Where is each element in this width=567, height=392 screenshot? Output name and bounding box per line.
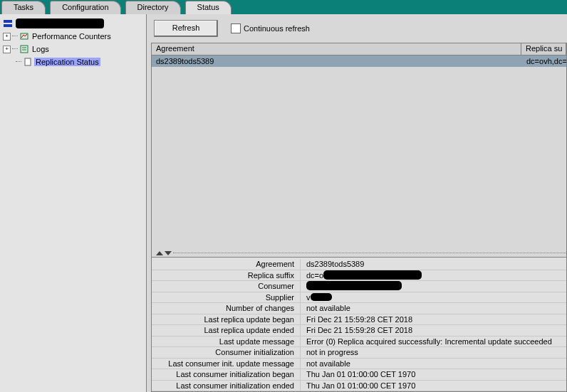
split-bar[interactable] — [152, 250, 566, 257]
col-header-agreement[interactable]: Agreement — [152, 43, 521, 55]
cell-replica: dc=ovh,dc= — [522, 55, 566, 67]
tab-configuration[interactable]: Configuration — [50, 1, 120, 14]
col-header-replica-suffix[interactable]: Replica su — [521, 43, 566, 55]
dl-consumer: Consumer — [152, 281, 301, 292]
svg-rect-3 — [21, 46, 28, 53]
server-name-redacted — [16, 18, 104, 28]
dl-cons-init: Consumer initialization — [152, 347, 301, 358]
redacted-consumer — [306, 281, 402, 290]
dv-lci-upd-msg: not available — [301, 359, 566, 369]
dl-lci-began: Last consumer initialization began — [152, 369, 301, 380]
dl-last-upd-ended: Last replica update ended — [152, 325, 301, 336]
dl-last-upd-msg: Last update message — [152, 337, 301, 347]
expand-logs[interactable]: + — [3, 46, 11, 53]
dv-replica-suffix: dc=o — [301, 270, 566, 281]
dv-last-upd-msg: Error (0) Replica acquired successfully:… — [301, 337, 566, 347]
arrow-up-icon[interactable] — [156, 251, 163, 255]
perf-icon — [19, 31, 29, 41]
redacted-suffix — [323, 270, 422, 280]
dl-nchanges: Number of changes — [152, 303, 301, 314]
dv-cons-init: not in progress — [301, 347, 566, 358]
agreement-list: Agreement Replica su ds2389tods5389 dc=o… — [151, 43, 567, 392]
logs-icon — [19, 44, 29, 54]
toolbar: Refresh Continuous refresh — [147, 14, 567, 43]
svg-rect-0 — [4, 20, 12, 23]
dl-last-upd-began: Last replica update began — [152, 314, 301, 325]
dv-lci-ended: Thu Jan 01 01:00:00 CET 1970 — [301, 381, 566, 391]
dv-last-upd-ended: Fri Dec 21 15:59:28 CET 2018 — [301, 325, 566, 336]
dv-agreement: ds2389tods5389 — [301, 259, 566, 270]
doc-icon — [23, 57, 33, 67]
redacted-supplier — [311, 293, 332, 301]
detail-table: Agreementds2389tods5389 Replica suffixdc… — [152, 257, 566, 391]
tab-bar: Tasks Configuration Directory Status — [0, 0, 567, 14]
expand-perf[interactable]: + — [3, 33, 11, 41]
dl-agreement: Agreement — [152, 259, 301, 270]
dv-lci-began: Thu Jan 01 01:00:00 CET 1970 — [301, 369, 566, 380]
continuous-refresh-checkbox[interactable] — [231, 23, 241, 33]
dl-lci-upd-msg: Last consumer init. update message — [152, 359, 301, 369]
arrow-down-icon[interactable] — [165, 251, 172, 255]
tree-item-replication[interactable]: Replication Status — [34, 58, 100, 66]
dv-nchanges: not available — [301, 303, 566, 314]
dl-supplier: Supplier — [152, 292, 301, 303]
dv-consumer — [301, 281, 566, 292]
list-empty-area — [152, 67, 566, 250]
tree-panel: + Performance Counters + Logs Replicatio… — [0, 14, 147, 392]
tab-directory[interactable]: Directory — [125, 1, 181, 14]
dl-lci-ended: Last consumer initialization ended — [152, 381, 301, 391]
agreement-row[interactable]: ds2389tods5389 dc=ovh,dc= — [152, 55, 566, 67]
content-panel: Refresh Continuous refresh Agreement Rep… — [147, 14, 567, 392]
tree-item-perf[interactable]: Performance Counters — [31, 32, 113, 41]
tree-item-logs[interactable]: Logs — [31, 45, 51, 53]
dv-supplier: v — [301, 292, 566, 303]
tab-status[interactable]: Status — [185, 1, 232, 14]
dl-replica-suffix: Replica suffix — [152, 270, 301, 281]
cell-agreement: ds2389tods5389 — [152, 55, 522, 67]
svg-rect-6 — [25, 58, 31, 65]
continuous-refresh-label: Continuous refresh — [244, 24, 310, 33]
server-icon — [3, 18, 13, 28]
refresh-button[interactable]: Refresh — [154, 20, 218, 37]
dv-last-upd-began: Fri Dec 21 15:59:28 CET 2018 — [301, 314, 566, 325]
svg-rect-1 — [4, 24, 12, 27]
tab-tasks[interactable]: Tasks — [1, 1, 46, 14]
